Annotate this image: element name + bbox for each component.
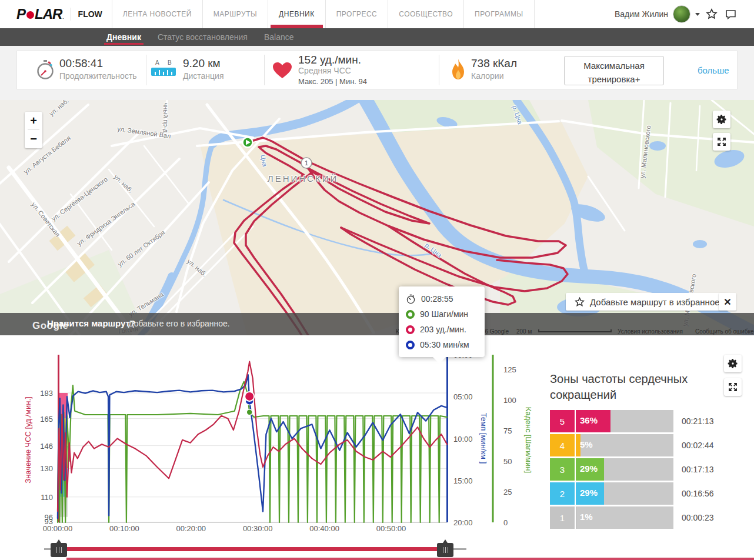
hr-axis-label: Значение ЧСС [уд./мин.] — [24, 396, 32, 483]
header-divider — [71, 8, 71, 21]
benefit-line2: тренировка+ — [588, 74, 640, 84]
gear-icon — [716, 114, 728, 125]
map-scale-label: 200 м — [516, 328, 532, 335]
zone-row[interactable]: 11%00:00:23 — [550, 506, 714, 529]
map-scale-bar — [538, 331, 612, 332]
svg-text:130: 130 — [40, 464, 53, 473]
selected-cadence-dot — [246, 409, 252, 415]
subnav-tab[interactable]: Статус восстановления — [149, 28, 256, 46]
benefit-line1: Максимальная — [583, 61, 645, 71]
stat-divider — [146, 55, 146, 85]
svg-text:00:40:00: 00:40:00 — [309, 524, 339, 533]
route-start-marker — [243, 138, 253, 148]
svg-text:25: 25 — [503, 488, 512, 496]
zone-bar: 36% — [576, 410, 673, 432]
zone-bar: 29% — [576, 458, 673, 481]
cadence-axis-label: Каденс [Шаги/мин] — [524, 407, 533, 473]
subnav-tab[interactable]: Balance — [256, 28, 302, 46]
duration-label: Продолжительность — [59, 71, 137, 81]
svg-text:1: 1 — [305, 159, 308, 166]
add-route-favorite-button[interactable]: Добавьте маршрут в избранное — [566, 293, 728, 311]
zone-row[interactable]: 229%00:16:56 — [550, 482, 714, 505]
expand-icon — [716, 136, 727, 147]
favorites-star-icon[interactable] — [705, 7, 719, 21]
chart-settings-button[interactable] — [724, 355, 742, 372]
stat-divider — [439, 55, 439, 85]
avg-hr-value: 152 уд./мин. — [298, 54, 361, 66]
more-link[interactable]: больше — [698, 65, 729, 75]
zone-time: 00:02:44 — [682, 441, 714, 450]
svg-text:146: 146 — [40, 442, 53, 451]
user-name[interactable]: Вадим Жилин — [615, 9, 668, 19]
scrubber-left-handle[interactable] — [51, 543, 67, 557]
street-label: чный пр-д — [162, 102, 169, 132]
svg-text:00:30:00: 00:30:00 — [243, 524, 273, 533]
flow-label: FLOW — [78, 9, 102, 19]
zoom-out-button[interactable]: − — [25, 130, 42, 148]
gear-icon — [727, 358, 739, 369]
zoom-in-button[interactable]: + — [25, 112, 42, 129]
close-banner-button[interactable]: ✕ — [719, 293, 736, 311]
map-settings-button[interactable] — [713, 111, 730, 128]
nav-item[interactable]: ДНЕВНИК — [268, 0, 326, 28]
nav-item[interactable]: СООБЩЕСТВО — [388, 0, 464, 28]
stats-card: 00:58:41 Продолжительность A B 9.20 км Д… — [16, 51, 738, 89]
svg-text:00:10:00: 00:10:00 — [109, 524, 139, 533]
tooltip-row: 90 Шаги/мин — [406, 306, 478, 322]
zone-number: 2 — [550, 482, 575, 505]
nav-item[interactable]: ПРОГРЕСС — [326, 0, 389, 28]
duration-value: 00:58:41 — [59, 57, 103, 70]
polar-logo[interactable]: PLAR. — [16, 6, 64, 22]
hr-maxmin: Макс. 205 | Мин. 94 — [298, 77, 367, 86]
route-map[interactable]: 1 ул. наб.ул. Земляной Валчный пр-дул. А… — [0, 100, 754, 335]
zone-number: 1 — [550, 506, 575, 529]
chevron-down-icon[interactable] — [695, 13, 700, 16]
km-1-marker: 1 — [301, 158, 312, 168]
point-b-label: B — [168, 59, 172, 66]
training-benefit-button[interactable]: Максимальная тренировка+ — [564, 56, 664, 85]
hr-zones-title: Зоны частоты сердечных сокращений — [550, 371, 720, 403]
map-zoom-control: + − — [25, 112, 42, 148]
zone-number: 5 — [550, 410, 575, 432]
calories-label: Калории — [471, 71, 503, 81]
avatar[interactable] — [673, 5, 690, 23]
zone-percent: 29% — [580, 464, 598, 474]
svg-text:10:00: 10:00 — [453, 435, 473, 444]
bottom-range-bar[interactable] — [66, 558, 754, 560]
svg-text:50: 50 — [503, 457, 512, 466]
tooltip-value: 203 уд./мин. — [420, 325, 466, 334]
map-terms-link[interactable]: Условия использования — [618, 328, 683, 335]
zone-bar: 29% — [576, 482, 673, 505]
subnav-tab[interactable]: Дневник — [98, 28, 149, 46]
svg-text:00:20:00: 00:20:00 — [176, 524, 206, 533]
zone-number: 3 — [550, 458, 575, 481]
zone-time: 00:16:56 — [682, 489, 714, 498]
map-report-link[interactable]: Сообщить об ошибке на карте — [695, 328, 754, 335]
zone-row[interactable]: 45%00:02:44 — [550, 434, 714, 456]
svg-text:100: 100 — [503, 396, 516, 405]
tooltip-rows: 90 Шаги/мин203 уд./мин.05:30 мин/км — [406, 306, 478, 352]
zone-row[interactable]: 329%00:17:13 — [550, 458, 714, 481]
zone-time: 00:17:13 — [682, 465, 714, 474]
messages-icon[interactable] — [723, 7, 738, 21]
scrubber-selected-range[interactable] — [59, 547, 445, 551]
nav-item[interactable]: ЛЕНТА НОВОСТЕЙ — [112, 0, 203, 28]
svg-text:00:50:00: 00:50:00 — [376, 524, 406, 533]
distance-label: Дистанция — [183, 71, 224, 81]
scrubber-right-handle[interactable] — [437, 543, 453, 557]
star-icon — [574, 296, 585, 308]
zone-bar: 5% — [576, 434, 673, 456]
add-route-favorite-label: Добавьте маршрут в избранное — [590, 297, 720, 307]
logo-text: P — [16, 6, 25, 22]
zone-time: 00:00:23 — [682, 513, 714, 522]
nav-item[interactable]: ПРОГРАММЫ — [464, 0, 535, 28]
point-a-label: A — [155, 59, 159, 66]
zone-fill — [576, 506, 577, 529]
chart-fullscreen-button[interactable] — [724, 378, 742, 396]
nav-item[interactable]: МАРШРУТЫ — [203, 0, 268, 28]
series-ring-icon — [406, 310, 415, 319]
zone-row[interactable]: 536%00:21:13 — [550, 410, 714, 432]
pace-axis-label: Темп [мин/км ] — [479, 413, 488, 464]
map-fullscreen-button[interactable] — [713, 133, 730, 151]
google-logo: Google — [32, 320, 69, 332]
